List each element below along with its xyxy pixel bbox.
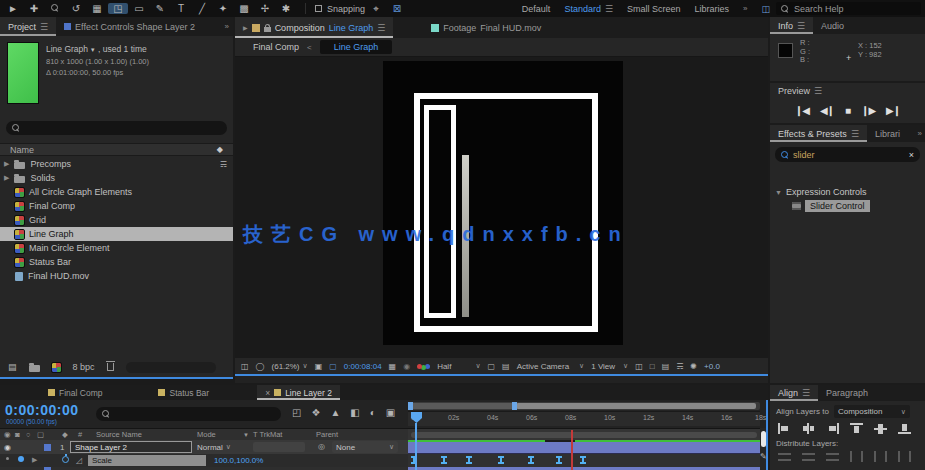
workspace-libraries[interactable]: Libraries — [695, 4, 730, 14]
blend-mode-dropdown[interactable]: Normal∨ — [197, 441, 245, 453]
tab-paragraph[interactable]: Paragraph — [818, 385, 876, 401]
tab-info[interactable]: Info☰ — [770, 17, 813, 34]
reset-exposure-icon[interactable]: ✺ — [690, 362, 697, 371]
first-frame-button[interactable]: ❙◀ — [795, 105, 809, 116]
twirl-icon[interactable]: ▶ — [4, 160, 9, 168]
screen-icon[interactable]: ◯ — [256, 362, 265, 371]
distribute-right-button[interactable] — [898, 451, 911, 462]
fast-previews-icon[interactable]: □ — [650, 362, 655, 371]
stop-button[interactable]: ■ — [845, 105, 850, 116]
align-to-dropdown[interactable]: Composition∨ — [834, 405, 910, 418]
workspace-menu-icon[interactable]: ☰ — [605, 4, 613, 14]
tab-audio[interactable]: Audio — [813, 17, 852, 34]
composition-mini-flowchart-icon[interactable]: ◰ — [292, 407, 301, 418]
current-timecode[interactable]: 0:00:00:00 — [5, 402, 79, 418]
pixel-aspect-icon[interactable]: ◫ — [635, 362, 643, 371]
snapshot-icon[interactable]: ▦ — [389, 362, 397, 371]
viewer-canvas[interactable]: 技艺CG www.qdnxxfb.cn — [235, 57, 768, 358]
layer-label-swatch[interactable] — [44, 444, 51, 451]
slider-control-item[interactable]: Slider Control — [770, 200, 925, 212]
property-name[interactable]: Scale — [88, 455, 206, 466]
property-value[interactable]: 100.0,100.0% — [214, 456, 263, 465]
tab-effect-controls[interactable]: Effect Controls Shape Layer 2 — [56, 17, 203, 36]
keyframe-lane[interactable] — [408, 454, 760, 467]
shape-tool-icon[interactable]: ▭ — [129, 3, 149, 14]
workspace-small-screen[interactable]: Small Screen — [627, 4, 681, 14]
keyframe-icon[interactable] — [558, 456, 560, 464]
project-name-header[interactable]: Name ◆ — [0, 143, 233, 156]
parent-column-header[interactable]: Parent — [316, 430, 338, 439]
tab-project[interactable]: Project☰ — [0, 17, 56, 36]
interpret-footage-icon[interactable]: ▤ — [8, 362, 17, 372]
twirl-icon[interactable]: ▶ — [4, 174, 9, 182]
mask-visibility-icon[interactable]: ▢ — [329, 362, 337, 371]
list-item[interactable]: Status Bar — [0, 255, 233, 269]
list-item[interactable]: ▶ Solids — [0, 171, 233, 185]
trkmat-dropdown[interactable] — [253, 442, 305, 452]
clear-search-icon[interactable]: × — [909, 150, 914, 160]
align-top-button[interactable] — [850, 423, 863, 434]
layer-visibility-eye-icon[interactable]: ◉ — [4, 443, 11, 452]
mode-column-header[interactable]: Mode — [197, 430, 216, 439]
eraser-tool-icon[interactable]: ▩ — [234, 3, 254, 14]
snapping-checkbox[interactable] — [315, 5, 322, 12]
distribute-vcenter-button[interactable] — [802, 453, 815, 461]
breadcrumb-current[interactable]: Line Graph — [320, 40, 393, 54]
parent-dropdown[interactable]: None∨ — [332, 441, 398, 453]
new-folder-icon[interactable] — [29, 365, 40, 372]
timeline-button-icon[interactable]: ▤ — [662, 362, 670, 371]
pan-behind-tool-icon[interactable]: ◳ — [108, 3, 128, 14]
keyframe-icon[interactable] — [582, 456, 584, 464]
project-bpc-button[interactable]: 8 bpc — [73, 362, 95, 372]
parent-pickwhip-icon[interactable]: ◎ — [318, 442, 325, 451]
effects-search-text[interactable]: slider — [793, 150, 815, 160]
resolution-dropdown[interactable]: Half∨ — [437, 362, 480, 371]
work-area-end-handle[interactable] — [512, 402, 517, 410]
zoom-tool-icon[interactable] — [45, 3, 65, 14]
twirl-property-icon[interactable]: ▶ — [32, 456, 37, 464]
view-layout-dropdown[interactable]: 1 View∨ — [591, 362, 628, 371]
tab-composition[interactable]: ▶ Composition Line Graph ☰ — [235, 17, 393, 38]
viewer-timecode[interactable]: 0:00:08:04 — [344, 362, 382, 371]
rotation-tool-icon[interactable]: ↺ — [66, 3, 86, 14]
list-item[interactable]: Grid — [0, 213, 233, 227]
flowchart-icon[interactable]: ◫ — [241, 362, 249, 371]
list-item[interactable]: ▶ Precomps ☴ — [0, 157, 233, 171]
tab-libraries-partial[interactable]: Librari — [867, 125, 908, 142]
list-item[interactable]: Final HUD.mov — [0, 269, 233, 283]
align-left-button[interactable] — [778, 423, 791, 434]
motion-blur-icon[interactable]: ◐ — [370, 407, 376, 418]
next-frame-button[interactable]: ❙▶ — [861, 105, 875, 116]
effects-search-input[interactable]: slider × — [775, 147, 920, 162]
keyframe-icon[interactable] — [530, 456, 532, 464]
shy-layers-icon[interactable]: ▲ — [330, 407, 340, 418]
breadcrumb-parent[interactable]: Final Comp — [253, 42, 299, 52]
keyframe-icon[interactable] — [468, 456, 470, 464]
selection-tool-icon[interactable]: ► — [3, 3, 23, 14]
stopwatch-icon[interactable] — [62, 456, 69, 463]
tab-effects-presets[interactable]: Effects & Presets☰ — [770, 125, 867, 142]
workspace-bar-icon[interactable]: ◫ — [761, 4, 770, 14]
distribute-hcenter-button[interactable] — [874, 451, 887, 462]
list-item-selected[interactable]: Line Graph — [0, 227, 233, 241]
align-center-vertical-button[interactable] — [874, 423, 887, 434]
tab-preview[interactable]: Preview☰ — [770, 83, 830, 99]
timeline-tab-status-bar[interactable]: Status Bar — [150, 385, 217, 400]
graph-editor-icon[interactable]: ▣ — [386, 407, 395, 418]
magnification-dropdown[interactable]: (61.2%)∨ — [272, 362, 308, 371]
align-bottom-button[interactable] — [898, 423, 911, 434]
puppet-pin-tool-icon[interactable]: ✱ — [276, 3, 296, 14]
tab-footage[interactable]: Footage Final HUD.mov — [423, 17, 549, 38]
help-search-input[interactable]: Search Help — [794, 4, 844, 14]
tab-align[interactable]: Align☰ — [770, 385, 818, 401]
list-item[interactable]: All Circle Graph Elements — [0, 185, 233, 199]
work-area-start-handle[interactable] — [408, 402, 413, 410]
camera-dropdown[interactable]: Active Camera∨ — [517, 362, 585, 371]
distribute-left-button[interactable] — [850, 451, 863, 462]
list-item[interactable]: Main Circle Element — [0, 241, 233, 255]
source-name-column-header[interactable]: Source Name — [96, 430, 142, 439]
comp-flowchart-icon[interactable]: ☴ — [676, 362, 683, 371]
timeline-tab-final-comp[interactable]: Final Comp — [40, 385, 110, 400]
transparency-grid-icon[interactable]: ▤ — [502, 362, 510, 371]
brush-tool-icon[interactable]: ╱ — [192, 3, 212, 14]
